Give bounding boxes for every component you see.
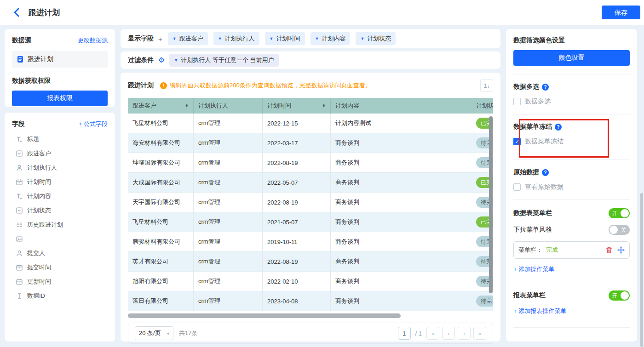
window-scrollbar[interactable]	[640, 193, 643, 347]
field-item[interactable]: 历史跟进计划	[12, 217, 108, 232]
add-report-action-menu-link[interactable]: + 添加报表操作菜单	[513, 307, 630, 315]
prev-page-button[interactable]: ‹	[442, 327, 455, 340]
filter-label: 过滤条件	[128, 56, 154, 64]
table-cell: 商务谈判	[331, 212, 473, 232]
chevron-down-icon: ▼	[315, 36, 319, 41]
field-item[interactable]: 7计划时间	[12, 175, 108, 189]
last-page-button[interactable]: »	[473, 327, 486, 340]
display-field-chip-label: 计划内容	[322, 34, 345, 43]
table-row[interactable]: 飞星材料公司crm管理2021-05-07商务谈判已完	[128, 212, 493, 232]
first-page-button[interactable]: «	[426, 327, 439, 340]
display-field-chip-label: 计划状态	[367, 34, 391, 43]
menu-freeze-checkbox[interactable]: ✓	[513, 138, 521, 145]
display-field-chip-label: 计划时间	[276, 34, 300, 43]
multi-select-checkbox[interactable]	[513, 98, 521, 105]
table-title: 跟进计划	[128, 81, 154, 90]
multi-select-checkbox-row[interactable]: 数据多选	[513, 97, 630, 106]
top-bar: 跟进计划 保存	[0, 0, 644, 25]
datasource-item[interactable]: 跟进计划	[12, 51, 108, 68]
menu-item-row[interactable]: 菜单栏： 完成	[513, 241, 630, 259]
preview-warning: ! 编辑界面只取数据源前200条作为查询数据预览，完整数据请访问页面查看。	[160, 81, 474, 90]
dropdown-style-toggle[interactable]: 关	[609, 225, 630, 235]
report-permission-button[interactable]: 报表权限	[12, 91, 108, 106]
filter-condition-chip[interactable]: ▼ 计划执行人 等于任意一个 当前用户	[169, 54, 278, 67]
report-menubar-toggle[interactable]: 开	[609, 290, 630, 301]
change-datasource-link[interactable]: 更改数据源	[78, 36, 108, 45]
move-icon[interactable]	[617, 246, 625, 254]
help-icon[interactable]: ?	[542, 169, 549, 176]
sort-arrows-icon[interactable]: ▲▼	[185, 104, 189, 108]
table-cell: 商务谈判	[331, 153, 473, 173]
table-row[interactable]: 飞星材料公司crm管理2022-12-15计划内容测试已完	[128, 114, 493, 133]
table-cell: 商务谈判	[331, 272, 473, 291]
add-action-menu-link[interactable]: + 添加操作菜单	[513, 265, 630, 273]
field-item[interactable]: 跟进客户	[12, 146, 108, 160]
fields-panel: 字段 + 公式字段 标题跟进客户计划执行人7计划时间计划内容计划状态历史跟进计划…	[5, 113, 115, 341]
table-row[interactable]: 英才有限公司crm管理2022-08-19商务谈判待完	[128, 252, 493, 272]
sort-order-button[interactable]: 1↓	[480, 79, 493, 92]
datasource-panel: 数据源 更改数据源 跟进计划 数据获取权限 报表权限	[5, 29, 115, 107]
table-cell: 大成国际有限公司	[128, 173, 194, 193]
add-display-field-button[interactable]: +	[158, 35, 162, 43]
field-item[interactable]: 7提交时间	[12, 260, 108, 274]
field-item[interactable]	[12, 232, 108, 246]
display-field-chip[interactable]: ▼计划执行人	[213, 32, 259, 45]
table-row[interactable]: 落日有限公司crm管理2023-04-08商务谈判待完	[128, 291, 493, 311]
display-field-chip[interactable]: ▼计划状态	[356, 32, 396, 45]
total-count-label: 共17条	[179, 329, 197, 337]
field-item[interactable]: 7更新时间	[12, 274, 108, 289]
current-page-input[interactable]: 1	[398, 327, 411, 340]
menu-freeze-checkbox-row[interactable]: ✓ 数据菜单冻结	[513, 137, 630, 146]
table-menubar-toggle[interactable]: 开	[609, 208, 630, 218]
column-header-label: 计划时间	[267, 102, 291, 110]
help-icon[interactable]: ?	[555, 124, 562, 131]
gear-icon[interactable]: ⚙	[158, 57, 165, 64]
table-row[interactable]: 海安材料有限公司crm管理2022-03-17商务谈判待完	[128, 133, 493, 153]
field-item[interactable]: 提交人	[12, 246, 108, 260]
table-row[interactable]: 腾骏材料有限公司crm管理2019-10-11商务谈判待完	[128, 232, 493, 252]
display-field-chip[interactable]: ▼跟进客户	[168, 32, 208, 45]
sort-arrows-icon[interactable]: ▲▼	[322, 104, 326, 108]
delete-icon[interactable]	[605, 246, 613, 254]
menu-item-prefix: 菜单栏：	[518, 246, 542, 254]
menu-item-value: 完成	[546, 246, 558, 254]
save-button[interactable]: 保存	[602, 6, 640, 19]
display-field-chip[interactable]: ▼计划内容	[310, 32, 351, 45]
field-item[interactable]: 计划内容	[12, 189, 108, 203]
field-item[interactable]: 计划状态	[12, 203, 108, 217]
chevron-down-icon: ▼	[172, 36, 177, 41]
list-icon	[16, 221, 23, 228]
field-item[interactable]: 标题	[12, 132, 108, 146]
add-formula-field-link[interactable]: + 公式字段	[79, 120, 108, 128]
table-cell: 2022-03-17	[263, 133, 331, 153]
field-item[interactable]: 数据ID	[12, 289, 108, 303]
multi-select-title: 数据多选 ?	[513, 83, 630, 91]
raw-data-title: 原始数据 ?	[513, 168, 630, 176]
table-row[interactable]: 旭阳有限公司crm管理2022-02-10商务谈判待完	[128, 272, 493, 291]
table-column-header[interactable]: 计划时间▲▼	[263, 98, 331, 114]
display-field-chip-label: 计划执行人	[225, 34, 255, 43]
table-row[interactable]: 大成国际有限公司crm管理2022-05-07商务谈判已完	[128, 173, 493, 193]
back-icon[interactable]	[12, 7, 22, 17]
person-icon	[16, 164, 23, 171]
column-header-label: 计划内容	[335, 102, 359, 110]
table-row[interactable]: 坤曜国际有限公司crm管理2022-08-19商务谈判待完	[128, 153, 493, 173]
table-column-header: 计划执行人	[194, 98, 263, 114]
help-icon[interactable]: ?	[542, 84, 549, 91]
table-cell: 商务谈判	[331, 232, 473, 252]
raw-data-checkbox-row[interactable]: 查看原始数据	[513, 183, 630, 191]
table-vertical-scrollbar[interactable]	[489, 116, 493, 293]
table-horizontal-scrollbar[interactable]	[128, 313, 401, 318]
raw-data-checkbox[interactable]	[513, 183, 521, 191]
display-field-chip[interactable]: ▼计划时间	[265, 32, 305, 45]
next-page-button[interactable]: ›	[458, 327, 471, 340]
field-item[interactable]: 计划执行人	[12, 160, 108, 175]
divider	[513, 327, 630, 328]
table-row[interactable]: 天宇国际有限公司crm管理2022-08-19商务谈判待完	[128, 193, 493, 212]
table-cell: 落日有限公司	[128, 291, 194, 311]
id-icon	[16, 292, 23, 300]
page-size-select[interactable]: 20 条/页 ▾	[135, 326, 173, 340]
color-settings-button[interactable]: 颜色设置	[513, 50, 630, 66]
table-column-header[interactable]: 跟进客户▲▼	[128, 98, 194, 114]
menu-freeze-title: 数据菜单冻结 ?	[513, 123, 630, 131]
